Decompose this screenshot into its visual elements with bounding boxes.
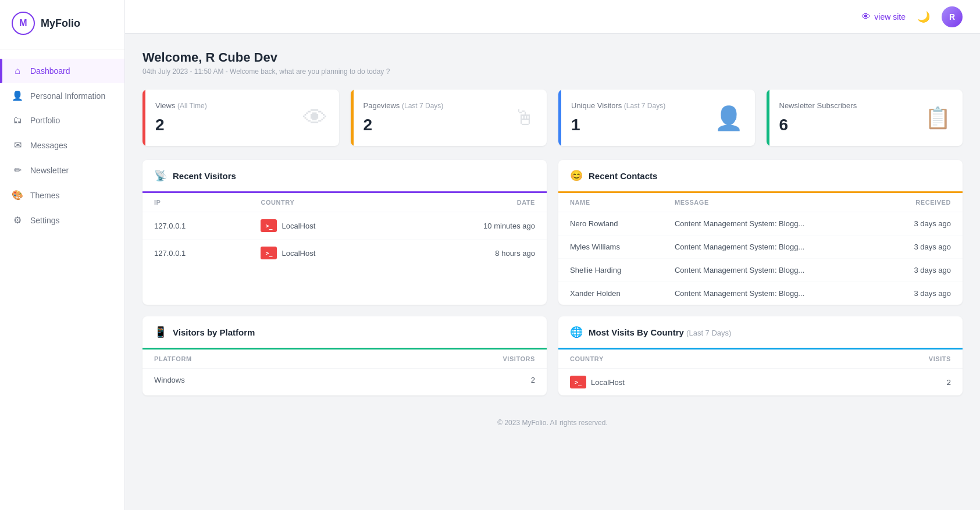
recent-visitors-header: 📡 Recent Visitors bbox=[142, 160, 547, 193]
visitor-date: 8 hours ago bbox=[401, 240, 547, 267]
col-country: COUNTRY bbox=[249, 193, 401, 212]
platform-visitors: 2 bbox=[354, 369, 547, 392]
sidebar-item-label: Personal Information bbox=[30, 91, 105, 101]
visitors-by-platform-header: 📱 Visitors by Platform bbox=[142, 316, 547, 349]
stat-card-views: Views (All Time) 2 👁 bbox=[142, 90, 339, 146]
stat-label-pageviews: Pageviews (Last 7 Days) bbox=[364, 101, 534, 110]
view-site-label: view site bbox=[874, 12, 906, 22]
visitors-by-platform-table: PLATFORM VISITORS Windows 2 bbox=[142, 349, 547, 391]
col-date: DATE bbox=[401, 193, 547, 212]
sidebar-item-newsletter[interactable]: ✏ Newsletter bbox=[0, 158, 124, 183]
stat-card-newsletter: Newsletter Subscribers 6 📋 bbox=[767, 90, 963, 146]
contact-message: Content Management System: Blogg... bbox=[663, 236, 878, 259]
dark-mode-toggle[interactable]: 🌙 bbox=[917, 10, 930, 23]
dashboard-icon: ⌂ bbox=[12, 66, 23, 76]
contact-name: Xander Holden bbox=[558, 282, 663, 305]
welcome-subtitle: 04th July 2023 - 11:50 AM - Welcome back… bbox=[142, 67, 963, 76]
sidebar-item-settings[interactable]: ⚙ Settings bbox=[0, 208, 124, 233]
recent-contacts-icon: 😊 bbox=[570, 169, 583, 182]
most-visits-country-card: 🌐 Most Visits By Country (Last 7 Days) C… bbox=[558, 316, 963, 395]
app-name: MyFolio bbox=[41, 17, 80, 30]
table-row: 127.0.0.1 >_ LocalHost 8 hours ago bbox=[142, 240, 547, 267]
visitor-country: >_ LocalHost bbox=[249, 240, 401, 267]
personal-information-icon: 👤 bbox=[12, 90, 23, 101]
recent-contacts-header: 😊 Recent Contacts bbox=[558, 160, 963, 193]
person-icon: 👤 bbox=[714, 104, 743, 131]
table-row: Myles Williams Content Management System… bbox=[558, 236, 963, 259]
stat-card-unique-visitors: Unique Visitors (Last 7 Days) 1 👤 bbox=[558, 90, 755, 146]
table-row: Nero Rowland Content Management System: … bbox=[558, 212, 963, 236]
sidebar-item-themes[interactable]: 🎨 Themes bbox=[0, 183, 124, 208]
sidebar-item-personal-information[interactable]: 👤 Personal Information bbox=[0, 83, 124, 108]
main-content: 👁 view site 🌙 R Welcome, R Cube Dev 04th… bbox=[125, 0, 980, 510]
view-site-button[interactable]: 👁 view site bbox=[861, 12, 906, 22]
globe-icon: 🌐 bbox=[570, 326, 583, 338]
recent-visitors-card: 📡 Recent Visitors IP COUNTRY DATE 127.0.… bbox=[142, 160, 547, 305]
dashboard-content: Welcome, R Cube Dev 04th July 2023 - 11:… bbox=[125, 34, 980, 455]
col-visits: VISITS bbox=[814, 349, 963, 369]
most-visits-title: Most Visits By Country (Last 7 Days) bbox=[589, 327, 731, 337]
contact-message: Content Management System: Blogg... bbox=[663, 212, 878, 236]
sidebar-item-portfolio[interactable]: 🗂 Portfolio bbox=[0, 108, 124, 133]
platform-name: Windows bbox=[142, 369, 354, 392]
col-message: MESSAGE bbox=[663, 193, 878, 212]
user-avatar[interactable]: R bbox=[942, 6, 963, 27]
contact-name: Shellie Harding bbox=[558, 259, 663, 282]
stat-label-newsletter: Newsletter Subscribers bbox=[779, 101, 950, 110]
recent-contacts-title: Recent Contacts bbox=[589, 171, 657, 181]
views-icon: 👁 bbox=[303, 104, 327, 132]
col-visitors-count: VISITORS bbox=[354, 349, 547, 369]
contact-received: 3 days ago bbox=[878, 282, 963, 305]
footer-text: © 2023 MyFolio. All rights reserved. bbox=[497, 419, 608, 427]
sidebar-item-label: Newsletter bbox=[30, 166, 69, 175]
newsletter-icon: ✏ bbox=[12, 165, 23, 176]
recent-visitors-title: Recent Visitors bbox=[173, 171, 236, 181]
settings-icon: ⚙ bbox=[12, 215, 23, 226]
sections-row-2: 📱 Visitors by Platform PLATFORM VISITORS… bbox=[142, 316, 963, 395]
recent-contacts-card: 😊 Recent Contacts NAME MESSAGE RECEIVED … bbox=[558, 160, 963, 305]
col-name: NAME bbox=[558, 193, 663, 212]
platform-icon: 📱 bbox=[154, 326, 167, 338]
contact-received: 3 days ago bbox=[878, 212, 963, 236]
contact-name: Myles Williams bbox=[558, 236, 663, 259]
sidebar-item-label: Themes bbox=[30, 191, 60, 200]
col-received: RECEIVED bbox=[878, 193, 963, 212]
welcome-title: Welcome, R Cube Dev bbox=[142, 50, 963, 65]
country-name: >_ LocalHost bbox=[558, 369, 814, 396]
col-platform: PLATFORM bbox=[142, 349, 354, 369]
localhost-flag-icon: >_ bbox=[261, 219, 277, 232]
visitors-by-platform-title: Visitors by Platform bbox=[173, 327, 255, 337]
contact-received: 3 days ago bbox=[878, 259, 963, 282]
sidebar-logo: M MyFolio bbox=[0, 0, 124, 49]
newsletter-card-icon: 📋 bbox=[925, 106, 951, 130]
most-visits-header: 🌐 Most Visits By Country (Last 7 Days) bbox=[558, 316, 963, 349]
sections-row-1: 📡 Recent Visitors IP COUNTRY DATE 127.0.… bbox=[142, 160, 963, 305]
recent-contacts-table: NAME MESSAGE RECEIVED Nero Rowland Conte… bbox=[558, 193, 963, 305]
sidebar-item-label: Portfolio bbox=[30, 116, 60, 125]
cursor-icon: 🖱 bbox=[514, 106, 535, 130]
recent-visitors-icon: 📡 bbox=[154, 169, 167, 182]
sidebar-item-dashboard[interactable]: ⌂ Dashboard bbox=[0, 59, 124, 83]
contact-name: Nero Rowland bbox=[558, 212, 663, 236]
table-row: 127.0.0.1 >_ LocalHost 10 minutes ago bbox=[142, 212, 547, 240]
country-flag-icon: >_ bbox=[570, 376, 586, 388]
table-row: Shellie Harding Content Management Syste… bbox=[558, 259, 963, 282]
country-visits: 2 bbox=[814, 369, 963, 396]
contact-message: Content Management System: Blogg... bbox=[663, 282, 878, 305]
col-country-name: COUNTRY bbox=[558, 349, 814, 369]
sidebar-item-label: Messages bbox=[30, 141, 67, 150]
visitors-by-platform-card: 📱 Visitors by Platform PLATFORM VISITORS… bbox=[142, 316, 547, 395]
messages-icon: ✉ bbox=[12, 140, 23, 151]
stat-value-views: 2 bbox=[155, 116, 326, 134]
visitor-date: 10 minutes ago bbox=[401, 212, 547, 240]
sidebar-item-label: Dashboard bbox=[30, 66, 70, 76]
stat-card-pageviews: Pageviews (Last 7 Days) 2 🖱 bbox=[351, 90, 547, 146]
themes-icon: 🎨 bbox=[12, 190, 23, 201]
stat-cards: Views (All Time) 2 👁 Pageviews (Last 7 D… bbox=[142, 90, 963, 146]
visitor-ip: 127.0.0.1 bbox=[142, 212, 249, 240]
visitor-ip: 127.0.0.1 bbox=[142, 240, 249, 267]
sidebar-item-messages[interactable]: ✉ Messages bbox=[0, 133, 124, 158]
table-row: Xander Holden Content Management System:… bbox=[558, 282, 963, 305]
visitor-country: >_ LocalHost bbox=[249, 212, 401, 240]
table-row: Windows 2 bbox=[142, 369, 547, 392]
